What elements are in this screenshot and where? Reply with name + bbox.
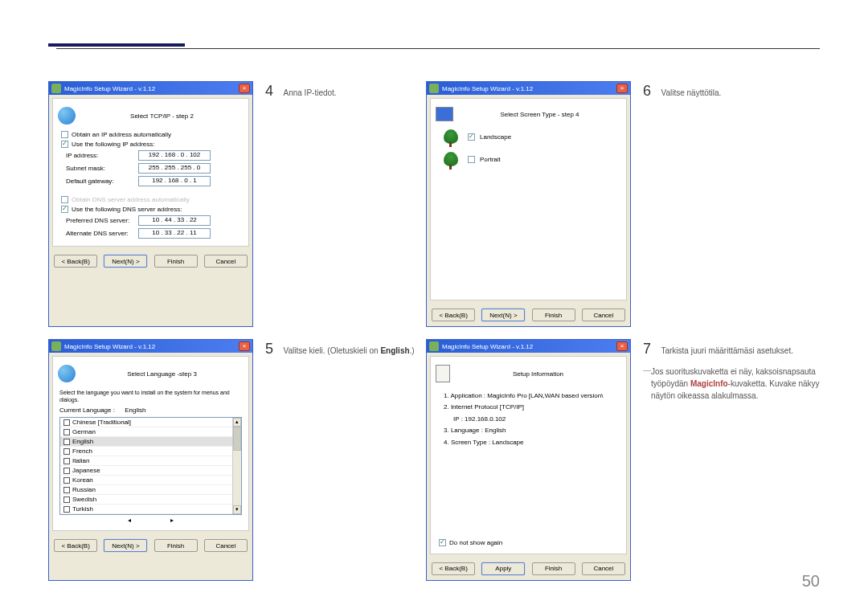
cancel-button[interactable]: Cancel (204, 539, 248, 552)
scroll-down-icon[interactable]: ▾ (233, 505, 241, 514)
lang-item[interactable]: French (60, 447, 241, 456)
dns1-input[interactable]: 10 . 44 . 33 . 22 (138, 215, 211, 226)
app-icon (429, 84, 439, 93)
back-button[interactable]: < Back(B) (54, 255, 97, 268)
obtain-dns-auto: Obtain DNS server address automatically (61, 196, 240, 203)
close-icon[interactable]: × (239, 84, 250, 93)
finish-button[interactable]: Finish (154, 539, 198, 552)
checkbox-icon (63, 419, 70, 426)
checkbox-icon (63, 448, 70, 455)
step-header: Select TCP/IP - step 2 (58, 107, 244, 125)
gateway-input[interactable]: 192 . 168 . 0 . 1 (138, 176, 211, 186)
checkbox-icon (63, 439, 70, 445)
step-header: Select Language -step 3 (58, 365, 244, 382)
lang-item[interactable]: German (60, 427, 241, 437)
back-button[interactable]: < Back(B) (54, 539, 97, 552)
close-icon[interactable]: × (616, 341, 628, 351)
setup-info: 1. Application : MagicInfo Pro [LAN,WAN … (444, 390, 613, 448)
window-title: MagicInfo Setup Wizard - v.1.12 (442, 343, 533, 350)
finish-button[interactable]: Finish (532, 562, 575, 575)
pointer-icon (436, 365, 450, 382)
monitor-icon (436, 107, 453, 121)
wizard-step6: MagicInfo Setup Wizard - v.1.12 × Select… (426, 81, 631, 327)
checkbox-icon (63, 429, 70, 435)
checkbox-icon (61, 206, 68, 213)
wizard-step5: MagicInfo Setup Wizard - v.1.12 × Select… (48, 339, 253, 581)
wizard-step7: MagicInfo Setup Wizard - v.1.12 × Setup … (426, 339, 631, 581)
checkbox-icon (439, 539, 446, 546)
step4-caption: 4 Anna IP-tiedot. (265, 81, 418, 327)
checkbox-icon (61, 196, 68, 203)
checkbox-icon (63, 506, 70, 513)
lang-item[interactable]: Italian (60, 456, 241, 466)
scroll-up-icon[interactable]: ▴ (233, 418, 241, 427)
lang-item[interactable]: Swedish (60, 495, 241, 505)
page-number: 50 (802, 572, 820, 591)
step7-note: Jos suorituskuvaketta ei näy, kaksoisnap… (651, 366, 828, 402)
titlebar: MagicInfo Setup Wizard - v.1.12 × (427, 82, 630, 95)
lang-item[interactable]: Japanese (60, 466, 241, 476)
checkbox-icon (63, 477, 70, 484)
checkbox-icon (63, 497, 70, 503)
back-button[interactable]: < Back(B) (432, 562, 475, 575)
dns2-input[interactable]: 10 . 33 . 22 . 11 (138, 228, 211, 239)
checkbox-icon (63, 487, 70, 493)
ip-input[interactable]: 192 . 168 . 0 . 102 (138, 150, 211, 161)
portrait-option[interactable]: Portrait (444, 152, 613, 166)
next-button[interactable]: Next(N) > (104, 255, 147, 268)
step-header: Setup Information (436, 365, 621, 382)
back-button[interactable]: < Back(B) (432, 309, 475, 321)
checkbox-icon (468, 156, 475, 163)
do-not-show-again[interactable]: Do not show again (439, 539, 618, 546)
globe-icon (58, 107, 76, 125)
header-short-rule (48, 43, 185, 47)
titlebar: MagicInfo Setup Wizard - v.1.12 × (49, 340, 252, 353)
window-title: MagicInfo Setup Wizard - v.1.12 (442, 85, 533, 92)
step5-caption: 5 Valitse kieli. (Oletuskieli on English… (265, 339, 418, 581)
step-header: Select Screen Type - step 4 (436, 107, 621, 121)
checkbox-icon (468, 133, 475, 141)
wizard-step4: MagicInfo Setup Wizard - v.1.12 × Select… (48, 81, 253, 327)
next-button[interactable]: Next(N) > (104, 539, 147, 552)
window-title: MagicInfo Setup Wizard - v.1.12 (64, 343, 155, 350)
cancel-button[interactable]: Cancel (204, 255, 248, 268)
lang-item[interactable]: Turkish (60, 505, 241, 514)
lang-item[interactable]: English (60, 437, 241, 447)
scroll-thumb[interactable] (233, 427, 241, 451)
app-icon (51, 341, 61, 351)
landscape-option[interactable]: Landscape (444, 129, 613, 144)
checkbox-icon (63, 458, 70, 464)
window-title: MagicInfo Setup Wizard - v.1.12 (64, 85, 155, 92)
scrollbar[interactable]: ▴ ▾ (232, 418, 241, 514)
step7-caption: 7 Tarkista juuri määrittämäsi asetukset.… (643, 339, 828, 581)
dash-icon: ― (643, 366, 651, 402)
titlebar: MagicInfo Setup Wizard - v.1.12 × (427, 340, 630, 353)
checkbox-icon (61, 141, 68, 148)
checkbox-icon (63, 468, 70, 474)
use-following-ip[interactable]: Use the following IP address: (61, 141, 240, 148)
cancel-button[interactable]: Cancel (582, 562, 625, 575)
header-divider (56, 48, 820, 49)
lang-item[interactable]: Korean (60, 476, 241, 485)
next-button[interactable]: Next(N) > (481, 309, 525, 321)
step6-caption: 6 Valitse näyttötila. (643, 81, 828, 327)
subnet-input[interactable]: 255 . 255 . 255 . 0 (138, 163, 211, 174)
globe-icon (58, 365, 76, 382)
lang-item[interactable]: Chinese [Traditional] (60, 418, 241, 427)
app-icon (51, 84, 61, 93)
close-icon[interactable]: × (616, 84, 628, 93)
titlebar: MagicInfo Setup Wizard - v.1.12 × (49, 82, 252, 95)
cancel-button[interactable]: Cancel (582, 309, 625, 321)
apply-button[interactable]: Apply (481, 562, 525, 575)
close-icon[interactable]: × (239, 341, 250, 351)
lang-item[interactable]: Russian (60, 485, 241, 495)
language-list[interactable]: Chinese [Traditional]GermanEnglishFrench… (59, 417, 242, 515)
use-following-dns[interactable]: Use the following DNS server address: (61, 206, 240, 213)
lang-item[interactable]: Chinese [Simplified] (60, 514, 241, 515)
tree-icon (444, 129, 458, 144)
checkbox-icon (61, 131, 68, 138)
finish-button[interactable]: Finish (154, 255, 198, 268)
tree-icon (444, 152, 458, 166)
obtain-ip-auto[interactable]: Obtain an IP address automatically (61, 131, 240, 138)
finish-button[interactable]: Finish (532, 309, 575, 321)
